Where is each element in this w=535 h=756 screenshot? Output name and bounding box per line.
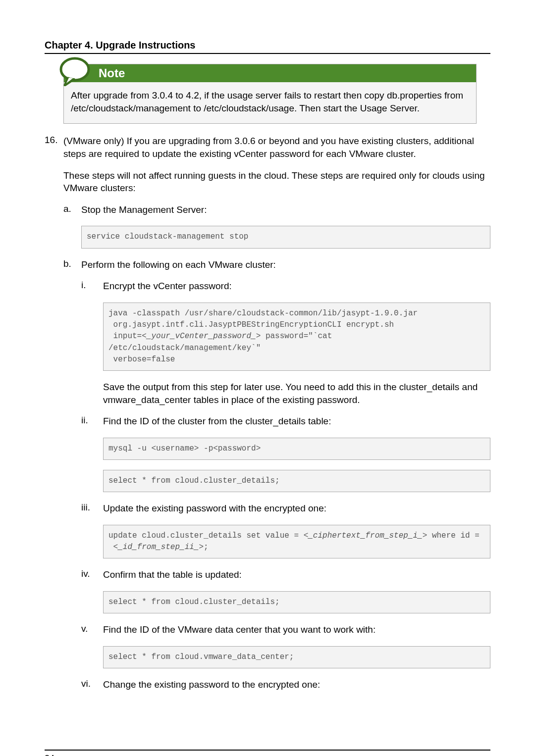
step-number: 16. xyxy=(45,135,63,700)
substep-b-v-num: v. xyxy=(81,623,103,641)
note-body: After upgrade from 3.0.4 to 4.2, if the … xyxy=(64,82,476,114)
substep-b-v-text: Find the ID of the VMware data center th… xyxy=(103,623,490,636)
substep-b-ii-num: ii. xyxy=(81,415,103,433)
substep-a-num: a. xyxy=(63,203,81,221)
substep-b-ii-text: Find the ID of the cluster from the clus… xyxy=(103,415,490,428)
substep-a-text: Stop the Management Server: xyxy=(81,203,490,216)
code-mysql-login: mysql -u <username> -p<password> xyxy=(103,438,490,460)
code-confirm-cluster: select * from cloud.cluster_details; xyxy=(103,591,490,613)
substep-b-ii: ii. Find the ID of the cluster from the … xyxy=(81,415,490,433)
note-callout: Note After upgrade from 3.0.4 to 4.2, if… xyxy=(63,64,477,124)
substep-b-iii-num: iii. xyxy=(81,502,103,520)
substep-b-v: v. Find the ID of the VMware data center… xyxy=(81,623,490,641)
code-update-ital1: _ciphertext_from_step_i_ xyxy=(308,531,422,540)
page-number: 24 xyxy=(45,754,490,756)
top-rule xyxy=(45,53,490,54)
substep-b-num: b. xyxy=(63,258,81,700)
note-header: Note xyxy=(64,64,476,82)
substep-b-text: Perform the following on each VMware clu… xyxy=(81,258,490,271)
substep-b-iv: iv. Confirm that the table is updated: xyxy=(81,568,490,586)
code-select-cluster: select * from cloud.cluster_details; xyxy=(103,470,490,492)
speech-bubble-icon xyxy=(58,56,92,88)
substep-b-iv-num: iv. xyxy=(81,568,103,586)
code-update-pre: update cloud.cluster_details set value =… xyxy=(108,531,308,540)
substep-b-i: i. Encrypt the vCenter password: xyxy=(81,280,490,298)
code-stop-mgmt: service cloudstack-management stop xyxy=(81,226,490,248)
substep-b: b. Perform the following on each VMware … xyxy=(63,258,490,700)
substep-b-vi-num: vi. xyxy=(81,678,103,700)
substep-b-i-after: Save the output from this step for later… xyxy=(103,381,490,406)
code-select-vmware-dc: select * from cloud.vmware_data_center; xyxy=(103,646,490,668)
code-encrypt-ital: _your_vCenter_password_ xyxy=(147,332,256,341)
substep-a: a. Stop the Management Server: xyxy=(63,203,490,221)
code-update-cluster: update cloud.cluster_details set value =… xyxy=(103,525,490,558)
step-16: 16. (VMware only) If you are upgrading f… xyxy=(45,135,490,700)
page-content: Chapter 4. Upgrade Instructions Note Aft… xyxy=(0,0,535,756)
substep-b-vi: vi. Change the existing password to the … xyxy=(81,678,490,700)
note-title: Note xyxy=(99,66,125,80)
substep-b-iv-text: Confirm that the table is updated: xyxy=(103,568,490,581)
code-update-ital2: _id_from_step_ii_ xyxy=(118,543,199,552)
svg-point-1 xyxy=(63,60,87,78)
step16-p2: These steps will not affect running gues… xyxy=(63,169,490,195)
substep-b-iii-text: Update the existing password with the en… xyxy=(103,502,490,515)
code-encrypt: java -classpath /usr/share/cloudstack-co… xyxy=(103,302,490,371)
step16-p1: (VMware only) If you are upgrading from … xyxy=(63,135,490,160)
code-update-post: >; xyxy=(199,543,208,552)
bottom-rule xyxy=(45,750,490,751)
substep-b-vi-text: Change the existing password to the encr… xyxy=(103,678,490,691)
substep-b-iii: iii. Update the existing password with t… xyxy=(81,502,490,520)
chapter-title: Chapter 4. Upgrade Instructions xyxy=(45,40,490,51)
substep-b-i-num: i. xyxy=(81,280,103,298)
substep-b-i-text: Encrypt the vCenter password: xyxy=(103,280,490,293)
